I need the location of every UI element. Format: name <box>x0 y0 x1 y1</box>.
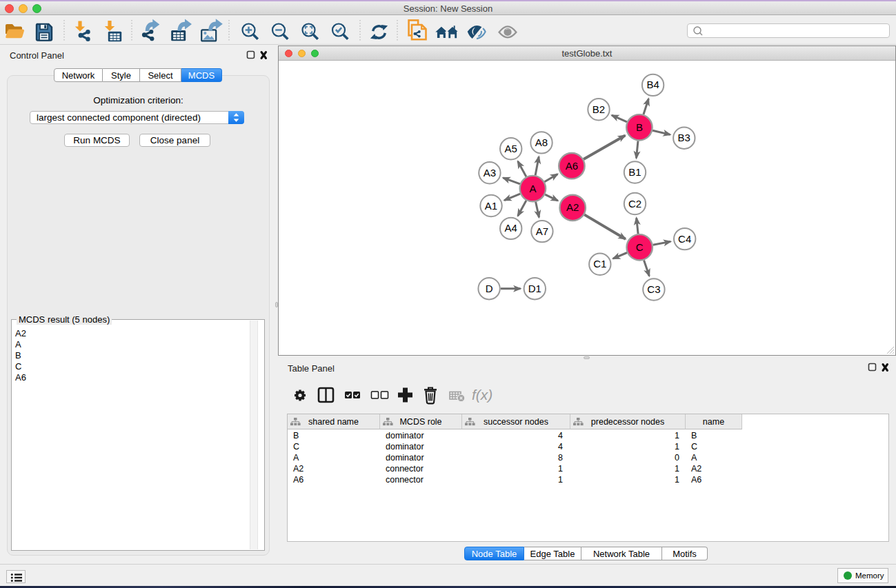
svg-text:C: C <box>636 241 644 253</box>
svg-text:A2: A2 <box>566 201 579 213</box>
svg-text:f(x): f(x) <box>472 387 492 403</box>
svg-text:A6: A6 <box>566 160 578 172</box>
svg-text:C1: C1 <box>593 258 606 270</box>
svg-text:A: A <box>529 183 536 194</box>
svg-text:D: D <box>486 283 493 294</box>
svg-text:A1: A1 <box>485 200 497 212</box>
svg-text:D1: D1 <box>528 283 541 294</box>
svg-text:B2: B2 <box>593 103 605 115</box>
svg-text:A3: A3 <box>484 167 496 179</box>
svg-text:A4: A4 <box>505 222 517 234</box>
svg-text:A8: A8 <box>535 136 548 148</box>
svg-text:B: B <box>636 121 643 133</box>
svg-text:C2: C2 <box>628 198 641 210</box>
svg-text:C4: C4 <box>678 233 691 245</box>
svg-text:C3: C3 <box>647 283 660 295</box>
svg-text:A7: A7 <box>536 225 548 237</box>
svg-text:B1: B1 <box>628 166 641 178</box>
svg-text:A5: A5 <box>505 143 517 154</box>
svg-text:B3: B3 <box>678 132 690 143</box>
svg-text:B4: B4 <box>646 79 659 90</box>
